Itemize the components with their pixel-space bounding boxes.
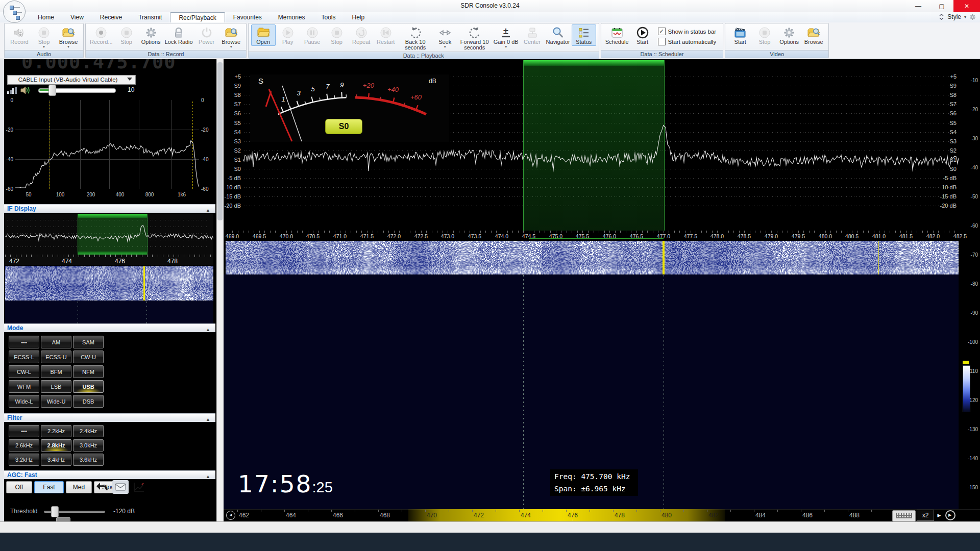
agc-button-off[interactable]: Off: [6, 481, 32, 493]
zoom-x2-button[interactable]: x2: [917, 510, 934, 521]
intensity-scale-label: -20: [962, 107, 978, 112]
freq-axis-label: 469.0: [222, 233, 242, 239]
audio-x-label: 400: [112, 192, 128, 197]
mode-button-bfm[interactable]: BFM: [41, 365, 71, 378]
collapse-arrow-icon[interactable]: ▲: [206, 415, 210, 424]
filter-button-3-4khz[interactable]: 3.4kHz: [41, 454, 71, 466]
freq-span-readout: Freq: 475.700 kHzSpan: ±6.965 kHz: [550, 469, 638, 496]
mode-button-nfm[interactable]: NFM: [73, 365, 104, 378]
mode-button-wide-l[interactable]: Wide-L: [9, 395, 39, 408]
mode-button-wfm[interactable]: WFM: [9, 380, 39, 393]
smeter-red-tick-label: +40: [386, 86, 400, 93]
mode-title: Mode: [7, 324, 23, 333]
audio-spectrum-trace: [15, 100, 199, 189]
panel-header-if-display[interactable]: IF Display▲: [4, 204, 215, 213]
audio-y-label: 0: [201, 97, 212, 103]
intensity-marker: [963, 361, 969, 364]
agc-button-fast[interactable]: Fast: [34, 481, 64, 493]
freq-axis-label: 473.5: [464, 233, 485, 239]
smeter-tick-label: 7: [323, 83, 333, 90]
history-passband-edge-left: [523, 274, 524, 509]
level-axis-label-left: -20 dB: [224, 203, 241, 209]
filter-button-2-6khz[interactable]: 2.6kHz: [9, 439, 39, 452]
speaker-icon[interactable]: [20, 85, 32, 95]
filter-button-2-4khz[interactable]: 2.4kHz: [73, 425, 104, 437]
sidebar-scrollbar-thumb[interactable]: [217, 62, 223, 220]
audio-y-label: -20: [3, 127, 13, 133]
freq-axis-label: 480.0: [815, 233, 836, 239]
app-logo-icon[interactable]: [3, 1, 26, 23]
panel-header-filter[interactable]: Filter▲: [4, 413, 215, 422]
span-readout: Span: ±6.965 kHz: [554, 483, 638, 495]
vfo-frequency-display: 0.000.475.700: [4, 59, 215, 72]
threshold-slider-thumb[interactable]: [51, 506, 59, 517]
collapse-arrow-icon[interactable]: ▲: [206, 325, 210, 334]
mode-button-ecss-l[interactable]: ECSS-L: [9, 350, 39, 363]
undo-icon[interactable]: [95, 482, 108, 493]
freq-axis-label: 469.5: [249, 233, 270, 239]
panel-header-agc[interactable]: AGC: Fast▲: [4, 470, 215, 479]
mode-button-cw-u[interactable]: CW-U: [73, 350, 104, 363]
panel-header-mode[interactable]: Mode▲: [4, 323, 215, 332]
smeter-s-label: S: [258, 77, 263, 85]
audio-y-label: 0: [3, 97, 13, 103]
mode-button-usb[interactable]: USB: [73, 380, 104, 393]
navigator-scale-label: 480: [657, 512, 676, 519]
dropdown-arrow-icon[interactable]: [127, 78, 132, 81]
eq-bar: [10, 90, 12, 94]
level-axis-label-left: -5 dB: [224, 175, 241, 181]
navigator-scale-label: 486: [798, 512, 817, 519]
filter-button-3-6khz[interactable]: 3.6kHz: [73, 454, 104, 466]
filter-button-3-2khz[interactable]: 3.2kHz: [9, 454, 39, 466]
navigator-tune-cursor: [573, 510, 573, 521]
level-axis-label-left: S1: [224, 157, 241, 163]
eq-bar: [12, 88, 14, 94]
mode-button-[interactable]: •••: [9, 336, 39, 348]
volume-slider-thumb[interactable]: [48, 85, 56, 96]
smeter-red-tick-label: +60: [409, 93, 423, 101]
mode-button-sam[interactable]: SAM: [73, 336, 104, 348]
agc-graph-icon[interactable]: [133, 482, 145, 493]
mode-button-cw-l[interactable]: CW-L: [9, 365, 39, 378]
mode-button-ecss-u[interactable]: ECSS-U: [41, 350, 71, 363]
intensity-scale-label: -100: [962, 339, 978, 345]
navigator-scale-label: 472: [470, 512, 488, 519]
mode-button-lsb[interactable]: LSB: [41, 380, 71, 393]
filter-button-2-8khz[interactable]: 2.8kHz: [41, 439, 71, 452]
mode-button-dsb[interactable]: DSB: [73, 395, 104, 408]
freq-axis-minor-ticks: [232, 231, 960, 233]
intensity-scale-label: -60: [962, 223, 978, 229]
intensity-gradient-bar[interactable]: [963, 365, 970, 412]
agc-button-med[interactable]: Med: [66, 481, 92, 493]
if-scale-ticks: [5, 255, 213, 257]
filter-button-[interactable]: •••: [9, 425, 39, 437]
filter-button-2-2khz[interactable]: 2.2kHz: [41, 425, 71, 437]
freq-axis-label: 472.0: [384, 233, 404, 239]
main-waterfall: [226, 241, 959, 274]
if-frequency-scale[interactable]: 472474476478: [5, 255, 213, 265]
freq-axis-label: 482.0: [923, 233, 943, 239]
if-history-edge-left: [78, 300, 78, 323]
freq-axis-label: 472.5: [411, 233, 431, 239]
freq-axis-label: 481.0: [869, 233, 889, 239]
intensity-scale-label: -140: [962, 456, 978, 461]
freq-axis-label: 482.5: [950, 233, 970, 239]
zoom-step-right-button[interactable]: ▶: [935, 510, 943, 521]
smeter-tick-label: 5: [308, 85, 318, 93]
agc-envelope-icon[interactable]: [112, 480, 129, 494]
freq-axis-label: 470.5: [303, 233, 323, 239]
level-axis-label-left: S7: [224, 101, 241, 107]
navigator-page-left-button[interactable]: ◄: [226, 511, 235, 520]
virtual-keyboard-button[interactable]: [892, 510, 916, 521]
audio-x-label: 50: [21, 192, 36, 197]
mode-button-am[interactable]: AM: [41, 336, 71, 348]
freq-axis-label: 470.0: [276, 233, 297, 239]
audio-input-select[interactable]: CABLE Input (VB-Audio Virtual Cable): [7, 75, 136, 85]
mode-button-wide-u[interactable]: Wide-U: [41, 395, 71, 408]
freq-axis-label: 474.0: [492, 233, 512, 239]
filter-button-3-0khz[interactable]: 3.0kHz: [73, 439, 104, 452]
if-scale-label: 474: [59, 258, 75, 265]
collapse-arrow-icon[interactable]: ▲: [206, 472, 210, 481]
if-waterfall-history: [5, 300, 213, 323]
if-scale-label: 478: [164, 258, 181, 265]
